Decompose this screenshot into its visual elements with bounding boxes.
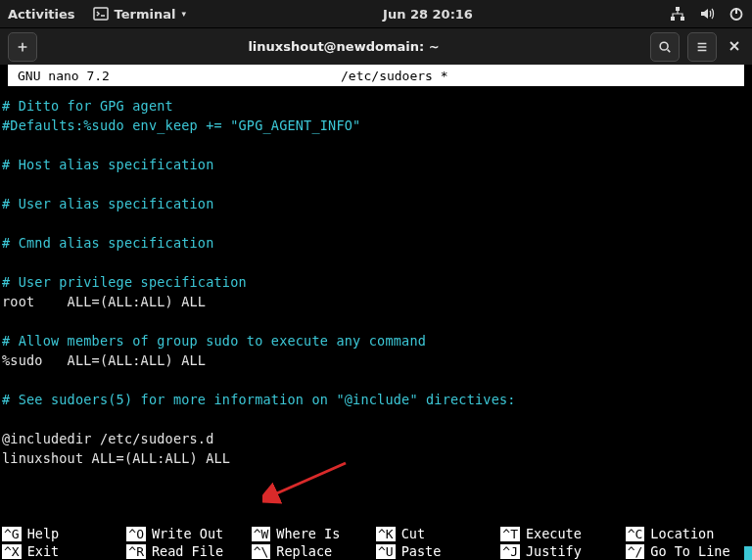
shortcut-item: ^KCut <box>376 525 500 542</box>
editor-line <box>2 213 750 233</box>
editor-line: # Ditto for GPG agent <box>2 96 750 116</box>
shortcut-item: ^/Go To Line <box>626 542 750 560</box>
shortcut-column: ^CLocation^/Go To Line <box>626 525 750 560</box>
shortcut-key: ^T <box>500 527 520 541</box>
editor-line: #Defaults:%sudo env_keep += "GPG_AGENT_I… <box>2 116 750 135</box>
shortcut-key: ^K <box>376 527 396 541</box>
clock[interactable]: Jun 28 20:16 <box>186 7 670 22</box>
shortcut-key: ^W <box>252 527 271 541</box>
shortcut-label: Read File <box>152 543 223 559</box>
shortcut-label: Go To Line <box>650 543 729 559</box>
shortcut-item: ^\Replace <box>252 542 376 560</box>
editor-line: # See sudoers(5) for more information on… <box>2 390 750 409</box>
shortcut-key: ^C <box>626 527 645 541</box>
shortcut-label: Location <box>650 526 714 541</box>
plus-icon <box>16 40 29 54</box>
hamburger-button[interactable] <box>687 32 717 62</box>
shortcut-item: ^CLocation <box>626 525 750 542</box>
editor-line: linuxshout ALL=(ALL:ALL) ALL <box>2 448 750 468</box>
window-title: linuxshout@newdomain: ~ <box>45 39 642 54</box>
nano-app-label: GNU nano 7.2 <box>18 69 341 83</box>
svg-rect-2 <box>671 17 675 21</box>
power-icon <box>728 6 744 22</box>
shortcut-item: ^WWhere Is <box>252 525 376 542</box>
shortcut-item: ^UPaste <box>376 542 500 560</box>
shortcut-column: ^TExecute^JJustify <box>500 525 625 560</box>
shortcut-label: Where Is <box>276 526 340 541</box>
shortcut-key: ^X <box>2 544 22 559</box>
editor-line <box>2 253 750 272</box>
editor-line: %sudo ALL=(ALL:ALL) ALL <box>2 350 750 370</box>
shortcut-column: ^KCut^UPaste <box>376 525 500 560</box>
shortcut-column: ^GHelp^XExit <box>2 525 126 560</box>
shortcut-label: Help <box>27 526 60 541</box>
shortcut-label: Execute <box>526 526 582 541</box>
shortcut-key: ^U <box>376 544 396 559</box>
editor-line <box>2 174 750 194</box>
shortcut-key: ^/ <box>626 544 645 559</box>
shortcut-item: ^RRead File <box>126 542 251 560</box>
shortcut-item: ^XExit <box>2 542 126 560</box>
new-tab-button[interactable] <box>8 32 37 62</box>
editor-line <box>2 370 750 390</box>
editor-line: # User privilege specification <box>2 272 750 292</box>
editor-line: # Host alias specification <box>2 155 750 174</box>
terminal-headerbar: linuxshout@newdomain: ~ <box>0 27 752 65</box>
close-icon <box>728 40 740 52</box>
nano-file-label: /etc/sudoers * <box>341 69 448 83</box>
nano-titlebar: GNU nano 7.2 /etc/sudoers * <box>8 65 744 86</box>
shortcut-item: ^OWrite Out <box>126 525 251 542</box>
svg-rect-3 <box>681 17 684 21</box>
shortcut-label: Write Out <box>152 526 223 541</box>
hamburger-icon <box>695 40 709 54</box>
shortcut-item: ^TExecute <box>500 525 625 542</box>
shortcut-key: ^\ <box>252 544 271 559</box>
app-menu[interactable]: Terminal ▾ <box>93 6 186 22</box>
shortcut-key: ^R <box>126 544 146 559</box>
gnome-topbar: Activities Terminal ▾ Jun 28 20:16 <box>0 0 752 27</box>
shortcut-label: Cut <box>401 526 425 541</box>
shortcut-label: Justify <box>526 543 582 559</box>
editor-line <box>2 409 750 429</box>
editor-line: @includedir /etc/sudoers.d <box>2 429 750 448</box>
shortcut-column: ^OWrite Out^RRead File <box>126 525 251 560</box>
editor-area[interactable]: # Ditto for GPG agent#Defaults:%sudo env… <box>0 86 752 468</box>
activities-button[interactable]: Activities <box>8 7 75 22</box>
shortcut-item: ^GHelp <box>2 525 126 542</box>
terminal-icon <box>93 6 109 22</box>
editor-line: # Cmnd alias specification <box>2 233 750 253</box>
shortcut-column: ^WWhere Is^\Replace <box>252 525 376 560</box>
system-tray[interactable] <box>670 6 744 22</box>
shortcut-key: ^J <box>500 544 520 559</box>
editor-line <box>2 311 750 331</box>
close-button[interactable] <box>725 37 744 56</box>
editor-line: # User alias specification <box>2 194 750 213</box>
svg-rect-1 <box>676 7 680 11</box>
app-name-label: Terminal <box>115 7 176 22</box>
editor-line: root ALL=(ALL:ALL) ALL <box>2 292 750 311</box>
editor-line <box>2 135 750 155</box>
shortcut-label: Exit <box>27 543 60 559</box>
network-icon <box>670 6 685 22</box>
editor-line: # Allow members of group sudo to execute… <box>2 331 750 350</box>
shortcut-key: ^G <box>2 527 22 541</box>
shortcut-label: Replace <box>276 543 332 559</box>
volume-icon <box>699 6 715 22</box>
svg-point-5 <box>660 42 668 50</box>
search-button[interactable] <box>650 32 680 62</box>
shortcut-item: ^JJustify <box>500 542 625 560</box>
svg-rect-0 <box>94 8 108 20</box>
shortcut-label: Paste <box>401 543 442 559</box>
shortcut-key: ^O <box>126 527 146 541</box>
cursor-indicator <box>744 546 752 560</box>
search-icon <box>658 40 672 54</box>
nano-shortcut-bar: ^GHelp^XExit^OWrite Out^RRead File^WWher… <box>2 525 750 560</box>
